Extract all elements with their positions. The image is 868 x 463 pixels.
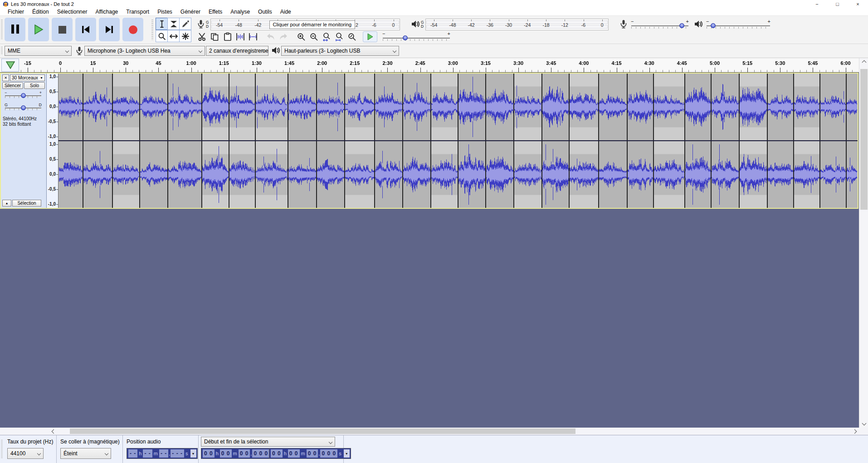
pan-slider[interactable]: GD [2,104,44,111]
slider-thumb[interactable] [679,23,684,28]
scroll-left-button[interactable] [49,428,56,435]
menu-transport[interactable]: Transport [122,9,153,15]
zoom-fit-button[interactable] [333,31,345,43]
project-rate-select[interactable]: 44100 [7,448,44,459]
zoom-tool-button[interactable] [156,30,168,42]
pinned-play-head-button[interactable] [1,59,19,72]
audio-track[interactable]: ✕ 30 Morceaux ▼ Silencer Solo −+ GD Stér… [0,73,858,209]
horizontal-scrollbar[interactable] [49,428,859,435]
record-button[interactable] [122,18,143,41]
decimal-separator: , [250,451,252,456]
skip-start-button[interactable] [75,18,96,41]
menu-selectionner[interactable]: Sélectionner [53,9,92,15]
track-name: 30 Morceaux [12,75,38,80]
speaker-icon[interactable] [411,20,420,30]
trim-button[interactable] [234,31,246,43]
meter-scale[interactable]: -54-48-42-36-30-24-18-12-60Cliquer pour … [210,19,400,30]
vertical-scrollbar[interactable] [859,58,868,428]
statusbar-grip[interactable] [1,440,3,458]
recording-meter-toolbar[interactable]: GD-54-48-42-36-30-24-18-12-60Cliquer pou… [197,19,408,30]
waveform-display[interactable] [59,74,858,208]
menu-edition[interactable]: Édition [28,9,53,15]
copy-button[interactable] [209,31,221,43]
timefield-caret-icon[interactable]: ▼ [190,449,196,458]
solo-button[interactable]: Solo [24,82,45,89]
draw-tool-button[interactable] [179,18,191,30]
horizontal-scroll-thumb[interactable] [70,429,575,434]
play-button[interactable] [28,18,49,41]
chevron-down-icon [329,440,332,444]
scroll-up-button[interactable] [859,58,868,65]
toolbar-grip[interactable] [1,20,3,40]
pause-button[interactable] [5,18,25,41]
slider-track[interactable] [707,25,770,26]
multi-tool-button[interactable] [179,30,191,42]
vertical-scroll-thumb[interactable] [860,69,868,210]
skip-end-button[interactable] [99,18,120,41]
time-ruler-canvas[interactable] [20,58,858,72]
menu-aide[interactable]: Aide [276,9,295,15]
device-toolbar-grip[interactable] [1,47,3,55]
track-name-menu[interactable]: 30 Morceaux ▼ [10,74,45,81]
toolbar-dock: GD-54-48-42-36-30-24-18-12-60Cliquer pou… [0,16,868,44]
monitoring-tooltip[interactable]: Cliquer pour démarrer le monitoring [269,20,356,29]
stop-button[interactable] [52,18,73,41]
menu-affichage[interactable]: Affichage [91,9,122,15]
mic-icon[interactable] [197,20,205,30]
scroll-right-button[interactable] [852,428,859,435]
zoom-sel-button[interactable] [320,31,332,43]
vertical-scale-ruler[interactable]: 1,00,50,0-0,5-1,01,00,50,0-0,5-1,0 [47,74,59,208]
envelope-tool-button[interactable] [167,18,180,30]
recording-channels-select[interactable]: 2 canaux d'enregistremer [206,46,268,56]
zoom-toggle-button[interactable] [346,31,358,43]
timeshift-tool-button[interactable] [167,30,180,42]
collapse-track-button[interactable]: ▲ [2,200,11,207]
slider-thumb[interactable] [21,93,26,98]
maximize-button[interactable]: □ [827,0,848,8]
playback-volume-slider[interactable]: −+ [704,19,773,30]
zoom-out-button[interactable] [307,31,320,43]
waveform-channel-left[interactable] [59,74,858,140]
playback-speed-slider[interactable]: −+ [380,31,453,43]
slider-track[interactable] [383,38,450,39]
selection-tool-button[interactable] [156,18,168,30]
menu-pistes[interactable]: Pistes [153,9,176,15]
mute-button[interactable]: Silencer [2,82,23,89]
tools-toolbar [156,18,194,42]
menu-effets[interactable]: Effets [205,9,226,15]
track-close-button[interactable]: ✕ [2,74,9,81]
slider-thumb[interactable] [403,35,408,40]
audio-host-select[interactable]: MME [5,46,72,56]
recording-volume-slider[interactable]: −+ [629,19,691,30]
horizontal-scroll-lane[interactable] [56,428,852,435]
audio-position-field[interactable]: - -h- -m- -,- - -s▼ [127,448,198,459]
slider-thumb[interactable] [711,23,716,28]
menu-outils[interactable]: Outils [254,9,276,15]
gain-slider[interactable]: −+ [2,92,44,99]
menu-fichier[interactable]: Fichier [4,9,28,15]
menu-analyse[interactable]: Analyse [226,9,254,15]
snap-to-select[interactable]: Éteint [60,448,111,459]
playback-device-select[interactable]: Haut-parleurs (3- Logitech USB [281,46,399,56]
waveform-channel-right[interactable] [59,141,858,208]
recording-device-select[interactable]: Microphone (3- Logitech USB Hea [84,46,205,56]
menu-generer[interactable]: Générer [176,9,205,15]
cut-button[interactable] [196,31,208,43]
hours-unit: h [284,451,287,456]
minimize-button[interactable]: − [807,0,827,8]
selection-mode-select[interactable]: Début et fin de la sélection [201,437,335,447]
track-canvas-area[interactable]: ✕ 30 Morceaux ▼ Silencer Solo −+ GD Stér… [0,73,868,428]
paste-button[interactable] [221,31,234,43]
zoom-in-button[interactable] [295,31,307,43]
selection-button[interactable]: Sélection [12,200,41,207]
timefield-caret-icon[interactable]: ▼ [344,449,350,458]
meter-tick-label: -42 [468,22,475,28]
meter-scale[interactable]: -54-48-42-36-30-24-18-12-60 [425,19,609,30]
scroll-down-button[interactable] [859,421,868,428]
selection-end-field[interactable]: 0 0h0 0m0 0,0 0 0s▼ [269,448,351,459]
silence-button[interactable] [247,31,259,43]
playback-meter-toolbar[interactable]: GD-54-48-42-36-30-24-18-12-60 [411,19,616,30]
play-at-speed-button[interactable] [363,31,377,42]
slider-thumb[interactable] [21,105,26,110]
close-button[interactable]: × [848,0,868,8]
